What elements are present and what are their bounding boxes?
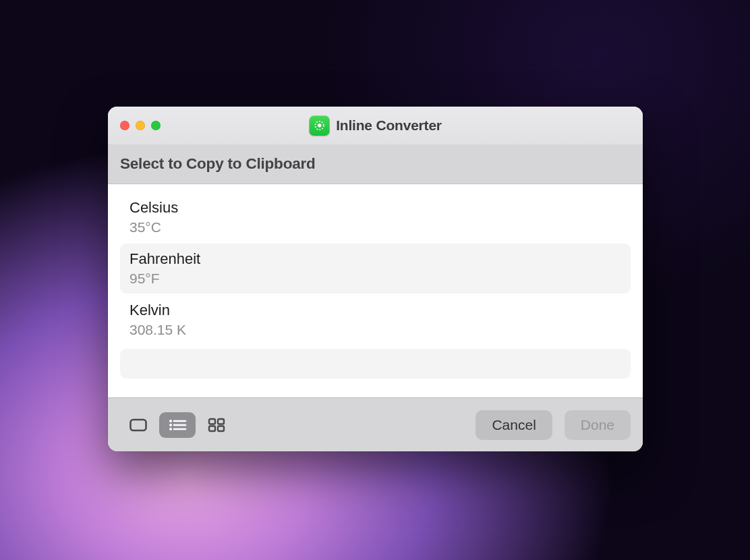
- list-item-label: Celsius: [129, 198, 621, 218]
- view-grid-button[interactable]: [198, 412, 235, 438]
- window-close-button[interactable]: [120, 121, 129, 130]
- svg-point-1: [317, 123, 320, 127]
- app-icon: [309, 115, 329, 136]
- traffic-lights: [120, 121, 161, 130]
- list-item[interactable]: Celsius 35°C: [120, 192, 631, 242]
- list-item-label: Fahrenheit: [129, 249, 621, 269]
- view-toggle: [120, 412, 235, 438]
- svg-point-4: [169, 424, 172, 426]
- svg-point-5: [169, 428, 172, 430]
- svg-rect-11: [209, 426, 215, 431]
- list-item-label: Kelvin: [129, 300, 621, 320]
- result-list: Celsius 35°C Fahrenheit 95°F Kelvin 308.…: [108, 184, 643, 397]
- view-card-button[interactable]: [120, 412, 156, 438]
- window: Inline Converter Select to Copy to Clipb…: [108, 107, 643, 451]
- window-minimize-button[interactable]: [136, 121, 145, 130]
- window-zoom-button[interactable]: [151, 121, 161, 130]
- title-group: Inline Converter: [309, 115, 442, 136]
- subheader: Select to Copy to Clipboard: [108, 144, 643, 184]
- list-item-empty[interactable]: [120, 349, 631, 379]
- done-button: Done: [565, 410, 631, 440]
- cancel-button[interactable]: Cancel: [475, 410, 552, 440]
- footer-toolbar: Cancel Done: [108, 397, 643, 451]
- svg-rect-12: [218, 426, 224, 431]
- titlebar: Inline Converter: [108, 107, 643, 144]
- subheader-text: Select to Copy to Clipboard: [120, 155, 631, 173]
- list-item[interactable]: Fahrenheit 95°F: [120, 244, 631, 293]
- window-title: Inline Converter: [336, 117, 442, 134]
- list-item-value: 308.15 K: [129, 320, 621, 339]
- list-item-value: 95°F: [129, 269, 621, 288]
- list-item-value: 35°C: [129, 218, 621, 237]
- svg-point-3: [169, 420, 172, 422]
- svg-rect-10: [218, 419, 224, 424]
- view-list-button[interactable]: [159, 412, 196, 438]
- svg-rect-9: [209, 419, 215, 424]
- svg-rect-2: [131, 420, 146, 430]
- list-item[interactable]: Kelvin 308.15 K: [120, 295, 631, 345]
